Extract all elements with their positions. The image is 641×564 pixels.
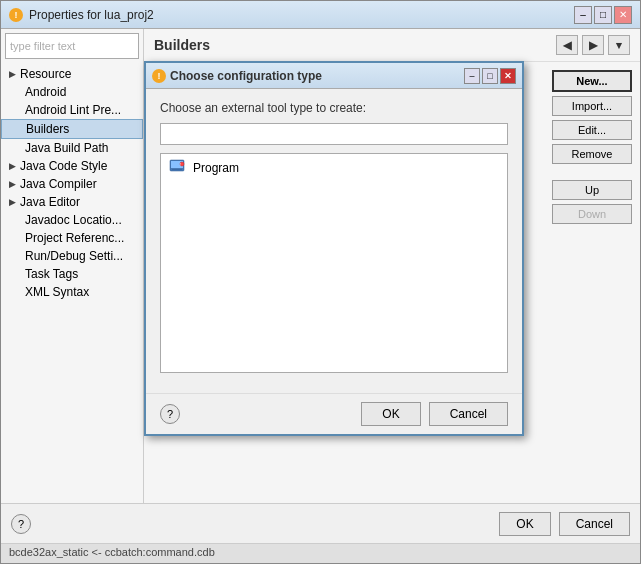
eclipse-icon: ! [9,8,23,22]
sidebar-item-project-ref[interactable]: Project Referenc... [1,229,143,247]
sidebar-item-run-debug[interactable]: Run/Debug Setti... [1,247,143,265]
modal-titlebar: ! Choose configuration type – □ ✕ [146,63,522,89]
main-titlebar: ! Properties for lua_proj2 – □ ✕ [1,1,640,29]
up-button[interactable]: Up [552,180,632,200]
tree-arrow-icon: ▶ [9,161,16,171]
main-titlebar-buttons: – □ ✕ [574,6,632,24]
sidebar-item-java-editor[interactable]: ▶Java Editor [1,193,143,211]
modal-help-button[interactable]: ? [160,404,180,424]
sidebar-item-android-lint[interactable]: Android Lint Pre... [1,101,143,119]
modal-close-button[interactable]: ✕ [500,68,516,84]
sidebar-item-label: Builders [26,122,69,136]
main-window: ! Properties for lua_proj2 – □ ✕ type fi… [0,0,641,564]
sidebar-item-android[interactable]: Android [1,83,143,101]
sidebar-item-label: Run/Debug Setti... [25,249,123,263]
tree-arrow-icon: ▶ [9,197,16,207]
bottom-bar: ? OK Cancel [1,503,640,543]
modal-maximize-button[interactable]: □ [482,68,498,84]
bottom-left: ? [11,514,31,534]
sidebar-item-label: Javadoc Locatio... [25,213,122,227]
modal-footer: ? OK Cancel [146,393,522,434]
modal-cancel-button[interactable]: Cancel [429,402,508,426]
modal-body: Choose an external tool type to create: … [146,89,522,393]
sidebar-item-label: Java Build Path [25,141,108,155]
status-text: bcde32ax_static <- ccbatch:command.cdb [9,546,215,558]
ok-button[interactable]: OK [499,512,550,536]
svg-rect-2 [172,169,182,170]
modal-eclipse-icon: ! [152,69,166,83]
modal-ok-button[interactable]: OK [361,402,420,426]
remove-button[interactable]: Remove [552,144,632,164]
sidebar-item-resource[interactable]: ▶Resource [1,65,143,83]
sidebar-item-label: Java Compiler [20,177,97,191]
sidebar-item-task-tags[interactable]: Task Tags [1,265,143,283]
cancel-button[interactable]: Cancel [559,512,630,536]
sidebar-item-label: Android [25,85,66,99]
panel-title: Builders [154,37,210,53]
sidebar-item-label: Android Lint Pre... [25,103,121,117]
modal-title-left: ! Choose configuration type [152,69,322,83]
modal-list[interactable]: ! Program [160,153,508,373]
modal-list-item[interactable]: ! Program [161,154,507,181]
minimize-button[interactable]: – [574,6,592,24]
panel-header: Builders ◀ ▶ ▾ [144,29,640,62]
sidebar-item-java-code-style[interactable]: ▶Java Code Style [1,157,143,175]
modal-description: Choose an external tool type to create: [160,101,508,115]
sidebar-item-label: Java Code Style [20,159,107,173]
tree-items: ▶ResourceAndroidAndroid Lint Pre...Build… [1,63,143,503]
sidebar-item-javadoc[interactable]: Javadoc Locatio... [1,211,143,229]
sidebar-item-java-compiler[interactable]: ▶Java Compiler [1,175,143,193]
sidebar-item-label: Java Editor [20,195,80,209]
bottom-right: OK Cancel [499,512,630,536]
modal-minimize-button[interactable]: – [464,68,480,84]
help-button[interactable]: ? [11,514,31,534]
status-bar: bcde32ax_static <- ccbatch:command.cdb [1,543,640,563]
modal-footer-buttons: OK Cancel [361,402,508,426]
sidebar-item-builders[interactable]: Builders [1,119,143,139]
sidebar-item-label: Resource [20,67,71,81]
panel-nav-buttons: ◀ ▶ ▾ [556,35,630,55]
modal-search-input[interactable] [160,123,508,145]
tree-arrow-icon: ▶ [9,69,16,79]
maximize-button[interactable]: □ [594,6,612,24]
action-buttons: New... Import... Edit... Remove Up Down [552,70,632,224]
modal-titlebar-buttons: – □ ✕ [464,68,516,84]
program-icon: ! [169,158,185,177]
dropdown-button[interactable]: ▾ [608,35,630,55]
edit-button[interactable]: Edit... [552,120,632,140]
filter-box: type filter text [5,33,139,59]
svg-text:!: ! [180,163,181,167]
import-button[interactable]: Import... [552,96,632,116]
forward-button[interactable]: ▶ [582,35,604,55]
tree-arrow-icon: ▶ [9,179,16,189]
sidebar-item-label: XML Syntax [25,285,89,299]
sidebar-item-xml-syntax[interactable]: XML Syntax [1,283,143,301]
sidebar: type filter text ▶ResourceAndroidAndroid… [1,29,144,503]
main-title: Properties for lua_proj2 [29,8,154,22]
down-button[interactable]: Down [552,204,632,224]
sidebar-item-java-build-path[interactable]: Java Build Path [1,139,143,157]
back-button[interactable]: ◀ [556,35,578,55]
modal-list-item-label: Program [193,161,239,175]
filter-placeholder: type filter text [10,40,75,52]
sidebar-item-label: Project Referenc... [25,231,124,245]
modal-title: Choose configuration type [170,69,322,83]
new-button[interactable]: New... [552,70,632,92]
modal-dialog: ! Choose configuration type – □ ✕ Choose… [144,61,524,436]
close-button[interactable]: ✕ [614,6,632,24]
sidebar-item-label: Task Tags [25,267,78,281]
